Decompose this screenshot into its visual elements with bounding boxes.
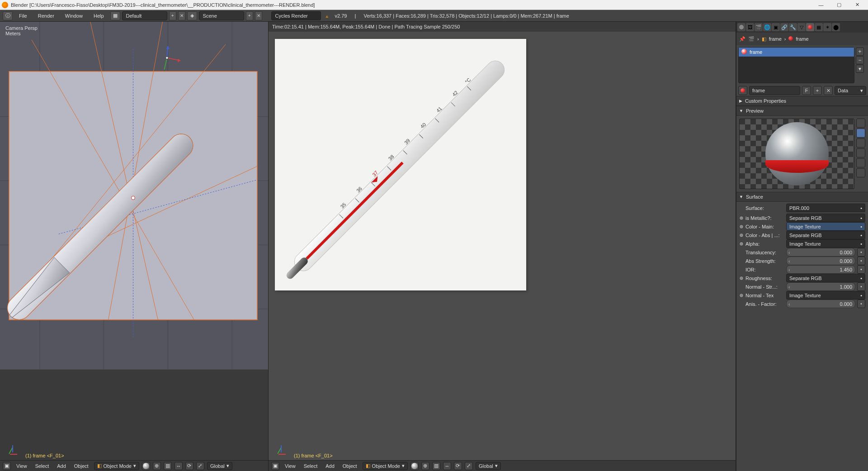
screen-browse-icon[interactable]: ▦ (110, 11, 120, 20)
material-link-dropdown[interactable]: Data▾ (835, 86, 866, 95)
property-link-button[interactable]: • (857, 248, 865, 257)
view3d-menu-add[interactable]: Add (54, 463, 69, 469)
node-socket-icon[interactable] (739, 224, 744, 229)
menu-render[interactable]: Render (33, 13, 59, 19)
tab-render-icon[interactable] (737, 23, 745, 31)
surface-shader-dropdown[interactable]: PBR.000 • (786, 204, 865, 212)
section-preview[interactable]: ▼ Preview (736, 106, 868, 116)
manipulator-translate-icon[interactable]: ↔ (175, 462, 183, 470)
material-slot-add-button[interactable]: + (856, 48, 864, 56)
property-dropdown[interactable]: Image Texture• (786, 239, 865, 248)
material-new-button[interactable]: + (813, 86, 822, 95)
pivot-icon[interactable]: ⊕ (153, 462, 161, 470)
node-socket-icon[interactable] (739, 242, 744, 246)
viewport-canvas[interactable] (0, 22, 268, 370)
node-socket-icon[interactable] (739, 216, 744, 220)
renderview-menu-object[interactable]: Object (340, 463, 360, 469)
property-number-field[interactable]: 1.000 (786, 282, 855, 291)
pivot-icon[interactable]: ⊕ (421, 462, 429, 470)
orientation-dropdown-render[interactable]: Global ▾ (476, 462, 501, 470)
renderview-menu-view[interactable]: View (282, 463, 298, 469)
manipulator-scale-icon[interactable]: ⤢ (196, 462, 204, 470)
material-slot-menu-button[interactable]: ▾ (856, 65, 864, 73)
material-browse-button[interactable] (738, 86, 747, 95)
scene-add-button[interactable]: + (246, 11, 253, 20)
property-dropdown[interactable]: Separate RGB• (786, 231, 865, 239)
breadcrumb-object[interactable]: frame (769, 36, 782, 42)
tab-render-layers-icon[interactable]: 🖼 (746, 23, 754, 31)
mode-dropdown-render[interactable]: ◧ Object Mode ▾ (363, 462, 408, 470)
pin-icon[interactable]: 📌 (739, 36, 745, 42)
tab-object-icon[interactable]: ▣ (772, 23, 780, 31)
tab-texture-icon[interactable]: ▦ (815, 23, 823, 31)
tab-physics-icon[interactable]: ⬤ (832, 23, 840, 31)
section-custom-properties[interactable]: ▶ Custom Properties (736, 96, 868, 106)
scene-browse-icon[interactable]: ◈ (187, 11, 197, 20)
screen-add-button[interactable]: + (169, 11, 176, 20)
menu-file[interactable]: File (14, 13, 32, 19)
tab-scene-icon[interactable]: 🎬 (755, 23, 763, 31)
property-dropdown[interactable]: Image Texture• (786, 291, 865, 300)
editor-type-3dview-icon[interactable]: ▣ (3, 462, 11, 470)
minimize-button[interactable]: — (812, 0, 830, 10)
editor-type-icon[interactable]: ⓘ (3, 11, 13, 20)
breadcrumb-material[interactable]: frame (796, 36, 808, 42)
material-slot-remove-button[interactable]: − (856, 56, 864, 64)
view3d-menu-select[interactable]: Select (33, 463, 52, 469)
render-view[interactable]: Time:02:15.41 | Mem:155.64M, Peak:155.64… (269, 22, 736, 471)
preview-monkey-button[interactable] (856, 148, 865, 157)
preview-sphere-button[interactable] (856, 128, 865, 138)
shading-solid-icon[interactable] (142, 462, 150, 470)
node-socket-icon[interactable] (739, 233, 744, 238)
scene-dropdown[interactable]: Scene (199, 11, 244, 20)
render-engine-dropdown[interactable]: Cycles Render (271, 11, 321, 20)
property-dropdown[interactable]: Image Texture• (786, 222, 865, 231)
menu-help[interactable]: Help (89, 13, 108, 19)
mode-dropdown[interactable]: ◧ Object Mode ▾ (94, 462, 139, 470)
property-link-button[interactable]: • (857, 257, 865, 265)
property-link-button[interactable]: • (857, 265, 865, 274)
layers-icon[interactable]: ▥ (432, 462, 440, 470)
property-number-field[interactable]: 0.000 (786, 300, 855, 308)
tab-particles-icon[interactable]: ✶ (823, 23, 831, 31)
shading-solid-icon[interactable] (410, 462, 419, 470)
property-number-field[interactable]: 0.000 (786, 257, 855, 265)
screen-remove-button[interactable]: ✕ (178, 11, 185, 20)
maximize-button[interactable]: ▢ (830, 0, 848, 10)
renderview-menu-select[interactable]: Select (301, 463, 321, 469)
property-dropdown[interactable]: Separate RGB• (786, 214, 865, 222)
layers-icon[interactable]: ▥ (164, 462, 172, 470)
material-slot-list[interactable]: frame + − ▾ (738, 47, 854, 83)
section-surface[interactable]: ▼ Surface (736, 192, 868, 202)
property-number-field[interactable]: 1.450 (786, 265, 855, 274)
property-link-button[interactable]: • (857, 282, 865, 291)
manipulator-translate-icon[interactable]: ↔ (443, 462, 451, 470)
property-dropdown[interactable]: Separate RGB• (786, 274, 865, 282)
manipulator-rotate-icon[interactable]: ⟳ (185, 462, 193, 470)
material-fakeuser-button[interactable]: F (802, 86, 811, 95)
property-number-field[interactable]: 0.000 (786, 248, 855, 257)
menu-window[interactable]: Window (61, 13, 87, 19)
close-button[interactable]: ✕ (848, 0, 866, 10)
tab-data-icon[interactable]: ▽ (797, 23, 806, 31)
material-name-input[interactable]: frame (749, 86, 800, 95)
editor-type-3dview-icon[interactable]: ▣ (271, 462, 279, 470)
manipulator-scale-icon[interactable]: ⤢ (465, 462, 473, 470)
preview-cube-button[interactable] (856, 138, 865, 147)
tab-world-icon[interactable]: 🌐 (763, 23, 771, 31)
view3d-menu-object[interactable]: Object (71, 463, 91, 469)
scene-remove-button[interactable]: ✕ (255, 11, 262, 20)
tab-modifiers-icon[interactable]: 🔧 (789, 23, 797, 31)
preview-hair-button[interactable] (856, 158, 865, 167)
renderview-menu-add[interactable]: Add (323, 463, 337, 469)
orientation-dropdown[interactable]: Global ▾ (207, 462, 232, 470)
manipulator-rotate-icon[interactable]: ⟳ (454, 462, 462, 470)
material-slot-item[interactable]: frame (739, 48, 854, 57)
tab-material-icon[interactable] (806, 23, 814, 31)
preview-flat-button[interactable] (856, 119, 865, 128)
screen-layout-dropdown[interactable]: Default (122, 11, 167, 20)
material-unlink-button[interactable]: ✕ (824, 86, 833, 95)
viewport-3d[interactable]: Camera Persp Meters (1) frame <F_01> ▣ V… (0, 22, 269, 471)
tab-constraints-icon[interactable]: 🔗 (780, 23, 788, 31)
view3d-menu-view[interactable]: View (14, 463, 30, 469)
